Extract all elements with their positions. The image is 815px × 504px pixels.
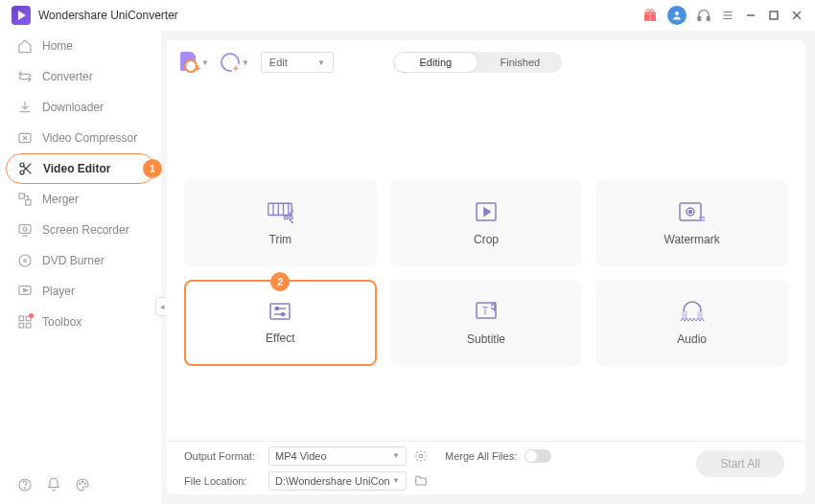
- notification-dot: [29, 313, 34, 318]
- segment-finished[interactable]: Finished: [478, 52, 562, 73]
- sidebar-item-label: Converter: [42, 70, 93, 83]
- bell-icon[interactable]: [46, 477, 61, 493]
- toolbox-icon: [17, 314, 33, 330]
- chevron-down-icon: ▼: [392, 476, 400, 485]
- sidebar-item-home[interactable]: Home: [0, 31, 161, 61]
- titlebar: Wondershare UniConverter: [0, 0, 815, 31]
- sidebar-item-compressor[interactable]: Video Compressor: [0, 123, 161, 153]
- annotation-badge-2: 2: [270, 272, 290, 291]
- close-button[interactable]: [790, 9, 803, 22]
- card-watermark[interactable]: Watermark: [595, 180, 788, 266]
- toolbar: + ▼ + ▼ Edit ▼ Editing Finished: [167, 40, 805, 84]
- maximize-button[interactable]: [767, 9, 780, 22]
- svg-text:T: T: [482, 306, 488, 316]
- svg-rect-21: [26, 200, 31, 205]
- scissors-icon: [18, 161, 34, 176]
- merger-icon: [17, 192, 33, 207]
- status-segmented-control: Editing Finished: [393, 52, 562, 73]
- svg-rect-32: [26, 323, 31, 328]
- card-crop[interactable]: Crop: [390, 180, 583, 266]
- app-logo: [12, 6, 31, 25]
- svg-rect-52: [270, 304, 290, 319]
- output-format-value: MP4 Video: [275, 450, 327, 462]
- edit-select[interactable]: Edit ▼: [261, 52, 334, 73]
- svg-marker-28: [24, 288, 28, 291]
- sidebar-item-video-editor[interactable]: Video Editor 1: [6, 153, 155, 184]
- gear-icon[interactable]: [414, 449, 428, 463]
- help-icon[interactable]: [17, 477, 33, 493]
- sidebar-item-player[interactable]: Player: [0, 276, 161, 307]
- svg-rect-29: [19, 316, 24, 321]
- download-icon: [17, 100, 33, 115]
- sidebar-item-label: DVD Burner: [42, 254, 105, 267]
- audio-icon: [679, 300, 706, 323]
- card-trim[interactable]: Trim: [184, 180, 377, 266]
- card-subtitle[interactable]: T Subtitle: [390, 280, 583, 366]
- sidebar-item-label: Toolbox: [42, 315, 82, 329]
- converter-icon: [17, 69, 33, 84]
- start-all-button[interactable]: Start All: [696, 450, 784, 477]
- app-title: Wondershare UniConverter: [38, 9, 178, 22]
- svg-point-26: [24, 260, 27, 263]
- file-location-value: D:\Wondershare UniConverter 1: [275, 475, 390, 487]
- svg-point-56: [282, 313, 285, 316]
- svg-marker-48: [484, 208, 490, 216]
- folder-icon[interactable]: [414, 474, 428, 488]
- sidebar-item-label: Home: [42, 39, 73, 53]
- card-label: Crop: [474, 233, 499, 246]
- hamburger-menu-icon[interactable]: [721, 9, 734, 22]
- card-label: Trim: [269, 233, 292, 246]
- content-panel: + ▼ + ▼ Edit ▼ Editing Finished Trim: [167, 40, 805, 494]
- screen-recorder-icon: [17, 222, 33, 238]
- segment-editing[interactable]: Editing: [393, 52, 478, 73]
- svg-point-61: [419, 454, 423, 458]
- output-format-label: Output Format:: [184, 450, 261, 462]
- home-icon: [17, 38, 33, 54]
- svg-point-17: [20, 171, 24, 174]
- sidebar-item-label: Player: [42, 285, 75, 298]
- annotation-badge-1: 1: [143, 159, 162, 178]
- support-icon[interactable]: [696, 8, 711, 23]
- cards-grid: Trim Crop Watermark 2 Effect T Subtitle: [167, 84, 805, 441]
- sidebar-item-label: Merger: [42, 193, 79, 206]
- sidebar-item-label: Screen Recorder: [42, 223, 129, 237]
- palette-icon[interactable]: [75, 477, 90, 493]
- user-avatar-icon[interactable]: [667, 6, 687, 25]
- compress-icon: [17, 130, 33, 146]
- card-audio[interactable]: Audio: [595, 280, 788, 366]
- minimize-button[interactable]: [744, 9, 757, 22]
- card-label: Watermark: [664, 233, 720, 246]
- merge-toggle[interactable]: [524, 449, 551, 463]
- sidebar-item-merger[interactable]: Merger: [0, 184, 161, 215]
- sidebar-item-toolbox[interactable]: Toolbox: [0, 307, 161, 337]
- svg-point-34: [24, 488, 25, 489]
- svg-point-35: [80, 483, 81, 484]
- sidebar-item-downloader[interactable]: Downloader: [0, 92, 161, 123]
- output-format-select[interactable]: MP4 Video ▼: [268, 447, 407, 466]
- sidebar-item-label: Downloader: [42, 101, 104, 114]
- merge-label: Merge All Files:: [445, 450, 517, 462]
- add-file-button[interactable]: + ▼: [180, 52, 209, 73]
- sidebar-item-converter[interactable]: Converter: [0, 61, 161, 92]
- svg-point-55: [276, 308, 279, 310]
- svg-point-44: [290, 216, 293, 219]
- svg-point-16: [20, 163, 24, 167]
- svg-point-4: [650, 10, 653, 12]
- watermark-icon: [678, 200, 707, 223]
- svg-rect-22: [19, 225, 31, 234]
- add-url-button[interactable]: + ▼: [221, 53, 249, 72]
- add-url-icon: +: [221, 53, 240, 72]
- dvd-icon: [17, 253, 33, 268]
- gift-icon[interactable]: [642, 8, 658, 23]
- svg-point-25: [19, 255, 31, 266]
- card-effect[interactable]: 2 Effect: [184, 280, 377, 366]
- svg-point-37: [84, 483, 85, 484]
- sidebar-item-dvd-burner[interactable]: DVD Burner: [0, 245, 161, 276]
- edit-select-value: Edit: [269, 57, 288, 68]
- svg-rect-59: [683, 311, 687, 318]
- sidebar-item-screen-recorder[interactable]: Screen Recorder: [0, 215, 161, 245]
- add-file-icon: +: [180, 52, 199, 73]
- svg-point-36: [82, 481, 82, 482]
- file-location-select[interactable]: D:\Wondershare UniConverter 1 ▼: [268, 471, 407, 491]
- card-label: Audio: [677, 332, 707, 346]
